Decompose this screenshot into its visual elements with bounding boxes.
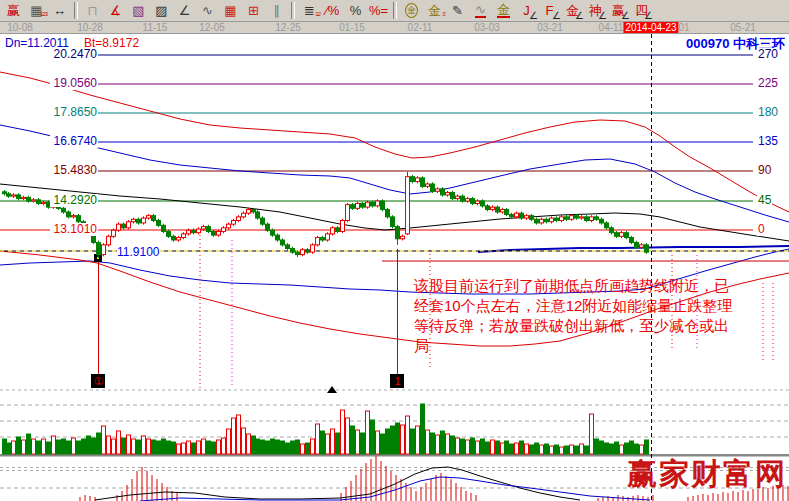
gold-circle-icon[interactable]: 金 <box>400 1 423 20</box>
toolbar: 赢▦123↔⊓∡▧▨∠∿▦⊞∥≣12⁄%%%=金金≡✎∿金J∠F∠金∠神∠赢∠四… <box>0 0 789 22</box>
gold-lines-icon[interactable]: 金≡ <box>423 1 446 20</box>
gold-angle-icon-angle: ∠ <box>575 9 584 22</box>
percent-level-label: 0 <box>757 223 766 236</box>
grid-box-icon[interactable]: ▨ <box>150 1 173 20</box>
toolbar-separator <box>393 2 397 19</box>
gann-fan-icon[interactable]: ∡ <box>104 1 127 20</box>
si-angle-icon[interactable]: 四∠ <box>630 1 653 20</box>
price-level-label: 15.4830 <box>50 164 98 177</box>
percent-level-label: 225 <box>757 77 779 90</box>
gold-angle-icon[interactable]: 金∠ <box>561 1 584 20</box>
price-level-label: 20.2470 <box>50 48 98 61</box>
ruler-123-icon[interactable]: ≣12 <box>298 1 321 20</box>
si-angle-icon-angle: ∠ <box>644 9 653 22</box>
grid-123-icon-sub: 123 <box>40 8 47 21</box>
f-line-icon-angle: ∠ <box>552 9 561 22</box>
price-level-label: 13.1010 <box>50 223 98 236</box>
date-label: 12-25 <box>275 22 301 33</box>
j-line-icon-angle: ∠ <box>529 9 538 22</box>
percent-slash-icon[interactable]: ⁄% <box>321 1 344 20</box>
wave-icon[interactable]: ∿ <box>469 1 492 20</box>
annotation-text: 该股目前运行到了前期低点所画趋势线附近，已 经套10个点左右，注意12附近如能缩… <box>414 276 789 356</box>
gold-underline-icon[interactable]: 金 <box>492 1 515 20</box>
retracement-box-icon[interactable]: ⊓ <box>81 1 104 20</box>
price-level-label: 19.0560 <box>50 77 98 90</box>
angle-line-icon[interactable]: ∠ <box>173 1 196 20</box>
gold-lines-icon-sub: ≡ <box>442 8 445 21</box>
f-line-icon[interactable]: F∠ <box>538 1 561 20</box>
percent-level-label: 135 <box>757 135 779 148</box>
toolbar-separator <box>74 2 78 19</box>
date-label: 05-21 <box>730 22 756 33</box>
date-label: 01 <box>678 22 689 33</box>
date-label: 10-28 <box>77 22 103 33</box>
shen-angle-icon-angle: ∠ <box>598 9 607 22</box>
percent-lines-icon[interactable]: %= <box>367 1 390 20</box>
wave-marker-label: ① <box>94 375 104 387</box>
ying-angle-icon-angle: ∠ <box>621 9 630 22</box>
wave-marker-label: 1 <box>394 375 400 387</box>
ying-angle-icon[interactable]: 赢∠ <box>607 1 630 20</box>
stock-code: 000970 <box>686 36 729 51</box>
brush-icon[interactable]: ✎ <box>446 1 469 20</box>
shen-angle-icon[interactable]: 神∠ <box>584 1 607 20</box>
parallel-lines-icon[interactable]: ∥ <box>265 1 288 20</box>
date-label: 03-03 <box>474 22 500 33</box>
price-level-label: 14.2920 <box>50 194 98 207</box>
toolbar-separator <box>291 2 295 19</box>
measure-width-icon[interactable]: ↔ <box>48 1 71 20</box>
date-label: 01-15 <box>339 22 365 33</box>
ying-logo-icon[interactable]: 赢 <box>2 1 25 20</box>
gann-grid-icon[interactable]: ▦ <box>219 1 242 20</box>
fan-box-icon[interactable]: ▧ <box>127 1 150 20</box>
date-label: 12-05 <box>199 22 225 33</box>
date-label: 02-11 <box>408 22 433 33</box>
date-label: 11-15 <box>143 22 168 33</box>
percent-level-label: 90 <box>757 164 772 177</box>
ruler-123-icon-sub: 12 <box>315 8 320 21</box>
grid-123-icon[interactable]: ▦123 <box>25 1 48 20</box>
j-line-icon[interactable]: J∠ <box>515 1 538 20</box>
app-window: 赢▦123↔⊓∡▧▨∠∿▦⊞∥≣12⁄%%%=金金≡✎∿金J∠F∠金∠神∠赢∠四… <box>0 0 789 501</box>
percent-level-label: 180 <box>757 106 779 119</box>
percent-level-label: 270 <box>757 48 779 61</box>
percent-level-label: 45 <box>757 194 772 207</box>
date-current: 2014-04-23 <box>623 22 678 33</box>
percent-icon[interactable]: % <box>344 1 367 20</box>
price-level-label: 16.6740 <box>50 135 98 148</box>
date-axis: 10-0810-2811-1512-0512-2501-1502-1103-03… <box>0 22 789 34</box>
date-label: 03-21 <box>537 22 563 33</box>
gann-grid-arrow-icon[interactable]: ⊞ <box>242 1 265 20</box>
watermark: 赢家财富网 <box>627 454 787 495</box>
trendline-price-label: 11.9100 <box>117 245 160 259</box>
date-label: 10-08 <box>7 22 33 33</box>
date-label: 04-11 <box>599 22 624 33</box>
zigzag-icon[interactable]: ∿ <box>196 1 219 20</box>
price-level-label: 17.8650 <box>50 106 98 119</box>
